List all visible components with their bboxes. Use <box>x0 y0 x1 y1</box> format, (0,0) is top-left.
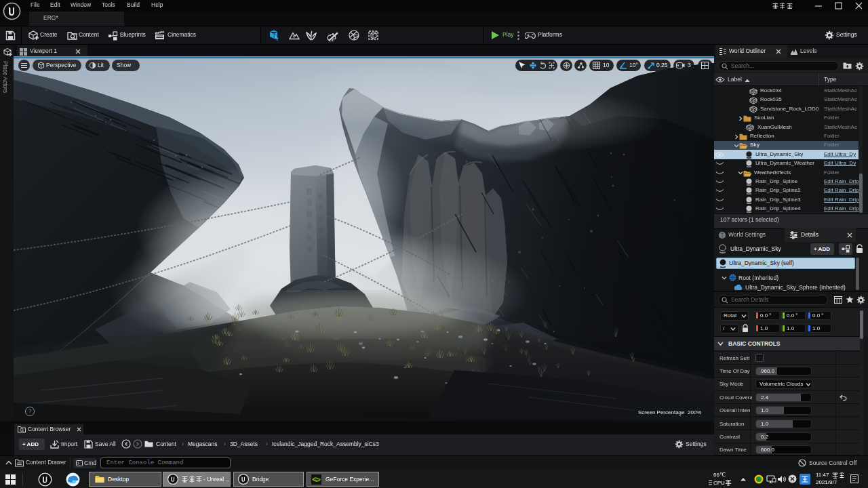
svg-text:CPU: CPU <box>713 480 725 486</box>
